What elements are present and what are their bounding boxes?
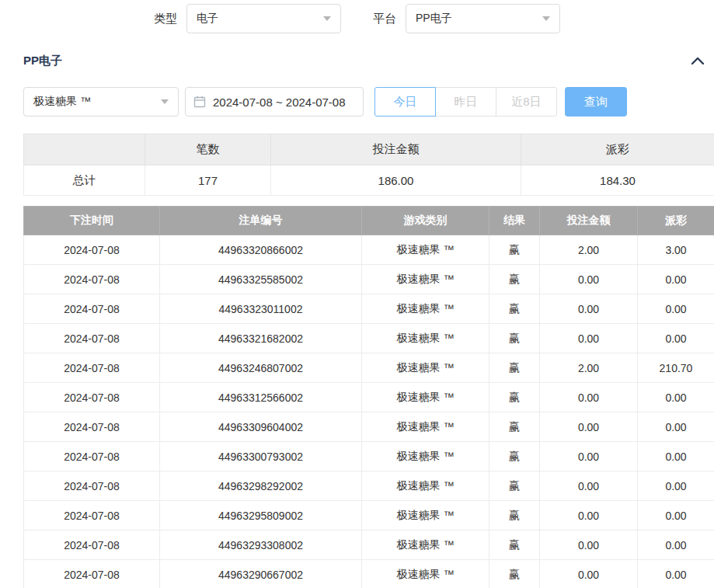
summary-total-row: 总计 177 186.00 184.30 bbox=[24, 165, 714, 196]
table-cell: 0.00 bbox=[540, 265, 638, 294]
table-cell: 0.00 bbox=[638, 560, 714, 588]
table-cell: 2.00 bbox=[540, 353, 638, 383]
table-cell: 2024-07-08 bbox=[24, 324, 160, 353]
table-cell: 44963246807002 bbox=[160, 353, 362, 383]
game-select-value: 极速糖果 ™ bbox=[33, 95, 91, 109]
table-cell: 赢 bbox=[489, 265, 540, 294]
table-cell: 2.00 bbox=[540, 235, 638, 265]
table-cell: 0.00 bbox=[540, 560, 638, 588]
table-cell: 0.00 bbox=[540, 471, 638, 501]
table-cell: 44963293308002 bbox=[160, 531, 362, 560]
table-cell: 44963323011002 bbox=[160, 294, 362, 324]
table-row: 2024-07-0844963321682002极速糖果 ™赢0.000.00 bbox=[24, 324, 714, 353]
table-cell: 0.00 bbox=[638, 442, 714, 471]
type-label: 类型 bbox=[154, 12, 177, 26]
summary-total-payout: 184.30 bbox=[521, 165, 714, 196]
records-header-row: 下注时间注单编号游戏类别结果投注金额派彩 bbox=[24, 207, 714, 235]
quick-button-last-8-days[interactable]: 近8日 bbox=[496, 87, 557, 117]
records-column-header: 游戏类别 bbox=[362, 207, 489, 235]
chevron-down-icon bbox=[161, 99, 169, 104]
table-cell: 赢 bbox=[489, 353, 540, 383]
table-cell: 0.00 bbox=[540, 324, 638, 353]
records-column-header: 下注时间 bbox=[24, 207, 160, 235]
table-cell: 2024-07-08 bbox=[24, 294, 160, 324]
table-cell: 0.00 bbox=[540, 501, 638, 531]
table-cell: 0.00 bbox=[638, 324, 714, 353]
table-cell: 2024-07-08 bbox=[24, 531, 160, 560]
table-row: 2024-07-0844963325585002极速糖果 ™赢0.000.00 bbox=[24, 265, 714, 294]
table-cell: 44963309604002 bbox=[160, 412, 362, 442]
table-cell: 极速糖果 ™ bbox=[362, 560, 489, 588]
date-range-value: 2024-07-08 ~ 2024-07-08 bbox=[213, 96, 346, 109]
table-cell: 极速糖果 ™ bbox=[362, 442, 489, 471]
type-field: 类型 电子 bbox=[154, 4, 341, 33]
table-cell: 赢 bbox=[489, 324, 540, 353]
table-row: 2024-07-0844963298292002极速糖果 ™赢0.000.00 bbox=[24, 471, 714, 501]
table-row: 2024-07-0844963323011002极速糖果 ™赢0.000.00 bbox=[24, 294, 714, 324]
table-cell: 0.00 bbox=[638, 383, 714, 412]
table-cell: 赢 bbox=[489, 383, 540, 412]
table-cell: 2024-07-08 bbox=[24, 412, 160, 442]
table-cell: 赢 bbox=[489, 294, 540, 324]
table-cell: 2024-07-08 bbox=[24, 265, 160, 294]
table-cell: 0.00 bbox=[638, 471, 714, 501]
table-cell: 赢 bbox=[489, 501, 540, 531]
table-cell: 极速糖果 ™ bbox=[362, 501, 489, 531]
table-cell: 赢 bbox=[489, 560, 540, 588]
table-cell: 极速糖果 ™ bbox=[362, 294, 489, 324]
table-cell: 极速糖果 ™ bbox=[362, 383, 489, 412]
summary-table: 笔数 投注金额 派彩 总计 177 186.00 184.30 bbox=[23, 134, 714, 196]
table-cell: 44963312566002 bbox=[160, 383, 362, 412]
platform-select[interactable]: PP电子 bbox=[406, 4, 560, 33]
table-cell: 210.70 bbox=[638, 353, 714, 383]
table-cell: 0.00 bbox=[638, 265, 714, 294]
type-select[interactable]: 电子 bbox=[186, 4, 341, 33]
table-row: 2024-07-0844963300793002极速糖果 ™赢0.000.00 bbox=[24, 442, 714, 471]
table-cell: 赢 bbox=[489, 442, 540, 471]
table-cell: 极速糖果 ™ bbox=[362, 235, 489, 265]
summary-header-row: 笔数 投注金额 派彩 bbox=[24, 134, 714, 165]
records-column-header: 投注金额 bbox=[540, 207, 638, 235]
summary-total-count: 177 bbox=[145, 165, 271, 196]
table-cell: 极速糖果 ™ bbox=[362, 353, 489, 383]
quick-button-group: 今日昨日近8日 bbox=[374, 87, 557, 117]
table-cell: 44963290667002 bbox=[160, 560, 362, 588]
table-cell: 赢 bbox=[489, 412, 540, 442]
quick-button-yesterday[interactable]: 昨日 bbox=[435, 87, 496, 117]
quick-button-today[interactable]: 今日 bbox=[374, 87, 436, 117]
summary-total-label: 总计 bbox=[24, 165, 145, 196]
date-range-input[interactable]: 2024-07-08 ~ 2024-07-08 bbox=[185, 87, 364, 117]
search-button[interactable]: 查询 bbox=[565, 87, 627, 117]
table-cell: 0.00 bbox=[540, 442, 638, 471]
section-header: PP电子 bbox=[0, 54, 714, 68]
platform-select-value: PP电子 bbox=[416, 12, 452, 26]
table-cell: 0.00 bbox=[540, 383, 638, 412]
table-cell: 极速糖果 ™ bbox=[362, 412, 489, 442]
records-column-header: 注单编号 bbox=[160, 207, 362, 235]
table-cell: 赢 bbox=[489, 471, 540, 501]
filter-row: 极速糖果 ™ 2024-07-08 ~ 2024-07-08 今日昨日近8日 查… bbox=[0, 87, 714, 117]
chevron-down-icon bbox=[323, 16, 331, 21]
table-cell: 赢 bbox=[489, 235, 540, 265]
table-cell: 0.00 bbox=[638, 531, 714, 560]
platform-label: 平台 bbox=[373, 12, 396, 26]
table-cell: 3.00 bbox=[638, 235, 714, 265]
table-row: 2024-07-0844963295809002极速糖果 ™赢0.000.00 bbox=[24, 501, 714, 531]
table-cell: 2024-07-08 bbox=[24, 442, 160, 471]
table-row: 2024-07-0844963309604002极速糖果 ™赢0.000.00 bbox=[24, 412, 714, 442]
page: 类型 电子 平台 PP电子 PP电子 极速糖果 ™ bbox=[0, 0, 714, 588]
table-cell: 44963325585002 bbox=[160, 265, 362, 294]
summary-total-bet-amount: 186.00 bbox=[271, 165, 521, 196]
table-cell: 赢 bbox=[489, 531, 540, 560]
top-filter-bar: 类型 电子 平台 PP电子 bbox=[0, 0, 714, 33]
summary-header-payout: 派彩 bbox=[521, 134, 714, 165]
section-title: PP电子 bbox=[23, 54, 62, 68]
table-cell: 2024-07-08 bbox=[24, 353, 160, 383]
summary-header-empty bbox=[24, 134, 145, 165]
game-select[interactable]: 极速糖果 ™ bbox=[23, 87, 179, 117]
table-cell: 0.00 bbox=[638, 501, 714, 531]
collapse-section-button[interactable] bbox=[689, 55, 706, 68]
chevron-up-icon bbox=[691, 57, 705, 66]
table-cell: 44963295809002 bbox=[160, 501, 362, 531]
table-row: 2024-07-0844963290667002极速糖果 ™赢0.000.00 bbox=[24, 560, 714, 588]
